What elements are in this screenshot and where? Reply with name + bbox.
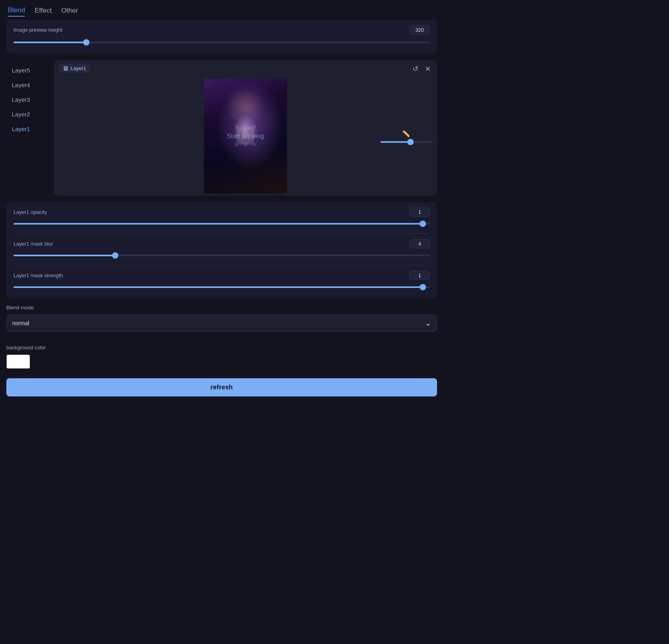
layer1-mask-blur-label: Layer1 mask blur [13,241,53,247]
sidebar-item-layer3[interactable]: Layer3 [6,92,54,107]
blend-mode-label: Blend mode [6,305,437,311]
layer1-opacity-row: Layer1 opacity 1 [13,208,430,228]
blend-mode-section: Blend mode normal ⌄ [6,305,437,338]
canvas-reset-button[interactable]: ↺ [412,64,419,74]
layer-tag-icon: 🖼 [63,66,68,71]
chevron-down-icon: ⌄ [425,319,431,328]
layer1-opacity-slider[interactable] [13,223,430,225]
canvas-header: 🖼 Layer1 [54,60,437,77]
layer-list: Layer5 Layer4 Layer3 Layer2 Layer1 [6,60,54,196]
pencil-icon: ✏️ [402,130,410,137]
image-preview-label-row: Image preview height 320 [13,25,430,34]
canvas-controls: ↺ ✕ [412,64,431,74]
divider-1 [13,233,430,234]
tab-bar: Blend Effect Other [0,0,443,20]
layer-controls-section: Layer1 opacity 1 Layer1 mask blur 4 Laye… [6,202,437,298]
background-color-label: background color [6,345,437,351]
tab-other[interactable]: Other [61,5,78,16]
tab-effect[interactable]: Effect [34,5,51,16]
sidebar-item-layer2[interactable]: Layer2 [6,107,54,122]
layer1-mask-strength-slider-wrap [13,283,430,291]
image-preview-value: 320 [409,25,430,34]
tab-blend[interactable]: Blend [8,5,25,17]
layer1-mask-strength-value: 1 [409,271,430,280]
layer1-opacity-value: 1 [409,208,430,217]
canvas-opacity-slider[interactable] [380,141,431,143]
canvas-opacity-control: ✏️ [380,130,431,143]
canvas-body[interactable]: Start drawing ✏️ [54,77,437,196]
layer1-mask-strength-label: Layer1 mask strength [13,272,63,278]
background-color-section: background color [6,345,437,369]
refresh-button[interactable]: refresh [6,378,437,396]
layer1-mask-blur-slider[interactable] [13,255,430,256]
layer1-mask-blur-label-row: Layer1 mask blur 4 [13,239,430,248]
canvas-close-button[interactable]: ✕ [424,64,431,74]
main-content: Image preview height 320 Layer5 Layer4 L… [0,20,443,404]
sidebar-item-layer1[interactable]: Layer1 [6,122,54,136]
layer1-opacity-label-row: Layer1 opacity 1 [13,208,430,217]
divider-2 [13,265,430,265]
layer1-mask-blur-slider-wrap [13,252,430,259]
layer-tag-label: Layer1 [70,65,86,71]
layer1-mask-blur-value: 4 [409,239,430,248]
content-area: Layer5 Layer4 Layer3 Layer2 Layer1 🖼 Lay… [6,60,437,196]
layer-tag: 🖼 Layer1 [59,64,90,73]
layer1-mask-strength-row: Layer1 mask strength 1 [13,271,430,291]
blend-mode-dropdown[interactable]: normal ⌄ [6,314,437,332]
background-color-swatch[interactable] [6,354,30,369]
layer1-mask-blur-row: Layer1 mask blur 4 [13,239,430,259]
canvas-wrap: 🖼 Layer1 ↺ ✕ Start drawing ✏️ [54,60,437,196]
layer1-opacity-slider-wrap [13,220,430,228]
canvas-portrait [204,79,287,194]
image-preview-height-section: Image preview height 320 [6,20,437,53]
image-preview-label: Image preview height [13,27,63,33]
layer1-mask-strength-label-row: Layer1 mask strength 1 [13,271,430,280]
layer1-mask-strength-slider[interactable] [13,286,430,288]
sidebar-item-layer4[interactable]: Layer4 [6,78,54,92]
sidebar-item-layer5[interactable]: Layer5 [6,63,54,78]
blend-mode-value: normal [12,320,29,326]
image-preview-slider[interactable] [13,42,430,43]
image-preview-slider-wrap [13,38,430,46]
layer1-opacity-label: Layer1 opacity [13,209,47,215]
